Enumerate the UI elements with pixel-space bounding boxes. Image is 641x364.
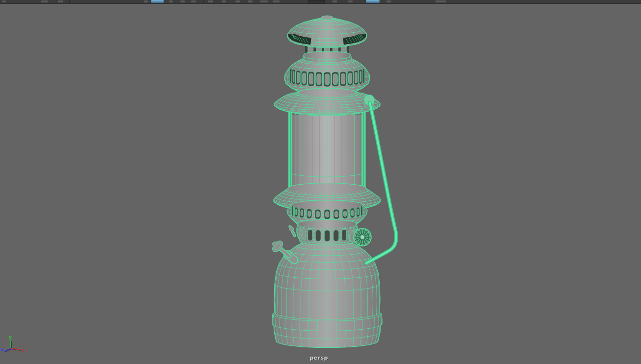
cage-ring-bottom[interactable]	[303, 51, 351, 63]
axis-label-y: y	[9, 335, 12, 340]
toolbar-icon-gray[interactable]	[41, 0, 48, 2]
toolbar-icon-field[interactable]	[308, 0, 325, 3]
toolbar-icon-gray[interactable]	[260, 0, 268, 2]
axis-gizmo[interactable]: yxz	[0, 335, 25, 353]
toolbar-icon-sep	[203, 0, 204, 3]
toolbar-icon-gray[interactable]	[191, 0, 196, 2]
toolbar-icon-gray[interactable]	[222, 0, 226, 2]
axis-label-x: x	[22, 348, 25, 353]
apex-cap[interactable]	[321, 16, 333, 20]
toolbar-icon-blue[interactable]	[366, 0, 380, 3]
toolbar-icon-gray[interactable]	[180, 0, 185, 2]
toolbar-icon-sep	[69, 0, 70, 3]
toolbar-icon-gray[interactable]	[144, 0, 148, 2]
toolbar-icon-gray[interactable]	[333, 0, 337, 2]
camera-label: persp	[309, 355, 328, 361]
toolbar-icon-gray[interactable]	[235, 0, 240, 2]
toolbar-icon-gray[interactable]	[58, 0, 63, 2]
viewport-persp[interactable]: yxz persp	[0, 0, 641, 364]
collar[interactable]	[274, 89, 380, 115]
burner-neck[interactable]	[297, 219, 358, 245]
toolbar-icon-blue[interactable]	[151, 0, 164, 3]
toolbar-icon-gray[interactable]	[436, 0, 446, 2]
toolbar-icon-gray[interactable]	[273, 0, 280, 2]
toolbar-icon-gray[interactable]	[169, 0, 173, 2]
toolbar-icon-gray[interactable]	[248, 0, 253, 2]
axis-label-z: z	[0, 346, 3, 352]
scene-canvas: yxz	[0, 0, 641, 364]
shelf-toolbar	[0, 0, 641, 4]
toolbar-icon-gray[interactable]	[386, 0, 391, 2]
pump-plunger[interactable]	[271, 225, 295, 261]
toolbar-icon-gray[interactable]	[208, 0, 213, 2]
glass-globe[interactable]	[289, 104, 365, 195]
toolbar-icon-gray[interactable]	[2, 0, 6, 2]
toolbar-icon-gray[interactable]	[348, 0, 353, 2]
